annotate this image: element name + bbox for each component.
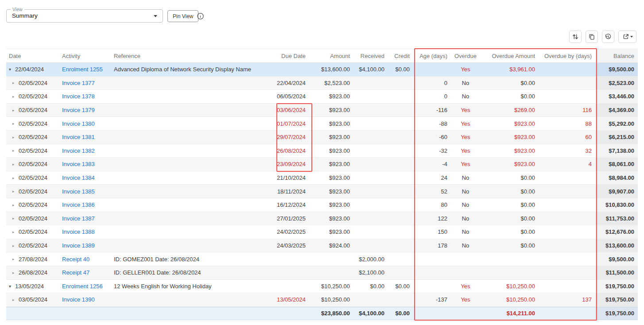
activity-link[interactable]: Invoice 1377 (62, 80, 95, 86)
cell-activity: Invoice 1383 (62, 158, 114, 171)
column-header-age[interactable]: Age (days) (413, 49, 451, 62)
activity-link[interactable]: Invoice 1385 (62, 188, 95, 195)
expand-row-icon[interactable]: ▸ (12, 189, 19, 193)
total-amount: $23,850.00 (311, 307, 354, 320)
activity-link[interactable]: Receipt 47 (62, 269, 89, 276)
expand-row-icon[interactable]: ▸ (12, 135, 19, 139)
cell-amount: $923.00 (311, 198, 354, 212)
expand-row-icon[interactable]: ▸ (12, 121, 19, 126)
cell-received: $0.00 (354, 280, 388, 293)
pin-view-button[interactable]: Pin View (167, 10, 198, 22)
column-header-activity[interactable]: Activity (62, 49, 114, 62)
activity-link[interactable]: Invoice 1380 (62, 120, 95, 127)
activity-link[interactable]: Invoice 1382 (62, 147, 95, 154)
cell-date: ▸27/08/2024 (6, 252, 62, 266)
table-row[interactable]: ▸02/05/2024Invoice 137903/06/2024$923.00… (6, 104, 638, 117)
activity-link[interactable]: Enrolment 1256 (62, 283, 103, 290)
table-row[interactable]: ▸02/05/2024Invoice 138323/09/2024$923.00… (6, 158, 638, 171)
activity-link[interactable]: Invoice 1387 (62, 215, 95, 222)
history-button[interactable] (602, 31, 614, 43)
swap-vert-button[interactable] (569, 31, 582, 43)
table-row[interactable]: ▸02/05/2024Invoice 138616/12/2024$923.00… (6, 198, 638, 212)
expand-row-icon[interactable]: ▸ (12, 230, 19, 234)
expand-row-icon[interactable]: ▸ (12, 148, 19, 153)
table-row[interactable]: ▸03/05/2024Invoice 139013/05/2024$10,250… (6, 293, 638, 307)
table-row[interactable]: ▸02/05/2024Invoice 138518/11/2024$923.00… (6, 185, 638, 198)
cell-credit (388, 104, 413, 117)
table-row[interactable]: ▸02/05/2024Invoice 137806/05/2024$923.00… (6, 90, 638, 104)
expand-row-icon[interactable]: ▸ (12, 176, 19, 180)
column-header-credit[interactable]: Credit (388, 49, 413, 62)
table-row[interactable]: ▸02/05/2024Invoice 138129/07/2024$923.00… (6, 131, 638, 144)
column-header-balance[interactable]: Balance (595, 49, 638, 62)
total-due (270, 307, 311, 320)
column-header-received[interactable]: Received (354, 49, 388, 62)
cell-reference (114, 131, 270, 144)
activity-link[interactable]: Invoice 1390 (62, 296, 95, 303)
date-text: 02/05/2024 (19, 242, 47, 249)
expand-row-icon[interactable]: ▸ (12, 108, 19, 112)
table-row[interactable]: ▸27/08/2024Receipt 40ID: GOMEZ001 Date: … (6, 252, 638, 266)
cell-credit (388, 117, 413, 130)
swap-vert-icon (572, 33, 579, 40)
totals-row: $23,850.00$4,100.00$0.00$14,211.00$19,75… (6, 307, 638, 321)
expand-row-icon[interactable]: ▸ (12, 216, 19, 221)
cell-age (413, 266, 451, 279)
date-text: 02/05/2024 (19, 120, 47, 127)
activity-link[interactable]: Enrolment 1255 (62, 66, 103, 73)
total-reference (114, 307, 270, 320)
activity-link[interactable]: Invoice 1379 (62, 107, 95, 113)
expand-row-icon[interactable]: ▸ (12, 271, 19, 275)
column-header-overdue[interactable]: Overdue (451, 49, 480, 62)
column-header-date[interactable]: Date (6, 49, 62, 62)
expand-row-icon[interactable]: ▸ (12, 257, 19, 261)
table-row[interactable]: ▸02/05/2024Invoice 138727/01/2025$923.00… (6, 212, 638, 226)
table-row[interactable]: ▸02/05/2024Invoice 138226/08/2024$923.00… (6, 144, 638, 158)
activity-link[interactable]: Invoice 1378 (62, 93, 95, 100)
activity-link[interactable]: Receipt 40 (62, 256, 89, 263)
cell-od_amount: $0.00 (480, 198, 539, 212)
date-text: 02/05/2024 (19, 188, 47, 195)
table-row[interactable]: ▾13/05/2024Enrolment 125612 Weeks Englis… (6, 280, 638, 294)
expand-row-icon[interactable]: ▸ (12, 94, 19, 99)
expand-row-icon[interactable]: ▸ (12, 244, 19, 248)
expand-row-icon[interactable]: ▸ (12, 162, 19, 166)
collapse-row-icon[interactable]: ▾ (9, 284, 15, 289)
cell-amount: $10,250.00 (311, 280, 354, 293)
cell-date: ▸02/05/2024 (6, 198, 62, 212)
copy-button[interactable] (586, 31, 598, 43)
activity-link[interactable]: Invoice 1381 (62, 134, 95, 140)
date-text: 02/05/2024 (19, 147, 47, 154)
date-text: 26/08/2024 (19, 269, 47, 276)
table-row[interactable]: ▸02/05/2024Invoice 138421/10/2024$923.00… (6, 171, 638, 185)
table-row[interactable]: ▸02/05/2024Invoice 137722/04/2024$2,523.… (6, 77, 638, 90)
cell-date: ▸02/05/2024 (6, 104, 62, 117)
column-header-due[interactable]: Due Date (270, 49, 311, 62)
export-menu-button[interactable] (618, 31, 636, 43)
table-row[interactable]: ▸02/05/2024Invoice 138824/02/2025$923.00… (6, 225, 638, 239)
table-row[interactable]: ▸02/05/2024Invoice 138924/03/2025$924.00… (6, 239, 638, 253)
activity-link[interactable]: Invoice 1388 (62, 228, 95, 235)
cell-overdue: Yes (451, 144, 480, 158)
table-row[interactable]: ▸26/08/2024Receipt 47ID: GELLER001 Date:… (6, 266, 638, 280)
view-select[interactable]: View Summary (6, 9, 163, 23)
info-icon[interactable] (197, 12, 204, 20)
column-header-od_by[interactable]: Overdue by (days) (539, 49, 595, 62)
expand-row-icon[interactable]: ▸ (12, 81, 19, 85)
activity-link[interactable]: Invoice 1383 (62, 161, 95, 167)
column-header-reference[interactable]: Reference (114, 49, 270, 62)
activity-link[interactable]: Invoice 1389 (62, 242, 95, 249)
table-row[interactable]: ▾22/04/2024Enrolment 1255Advanced Diplom… (6, 63, 638, 77)
column-header-amount[interactable]: Amount (311, 49, 354, 62)
column-header-od_amount[interactable]: Overdue Amount (480, 49, 539, 62)
cell-date: ▸02/05/2024 (6, 239, 62, 252)
cell-credit (388, 158, 413, 171)
total-date (6, 307, 62, 320)
collapse-row-icon[interactable]: ▾ (9, 67, 15, 72)
activity-link[interactable]: Invoice 1384 (62, 174, 95, 181)
expand-row-icon[interactable]: ▸ (12, 298, 19, 302)
activity-link[interactable]: Invoice 1386 (62, 201, 95, 208)
table-row[interactable]: ▸02/05/2024Invoice 138001/07/2024$923.00… (6, 117, 638, 131)
cell-due: 06/05/2024 (270, 90, 311, 103)
expand-row-icon[interactable]: ▸ (12, 203, 19, 207)
